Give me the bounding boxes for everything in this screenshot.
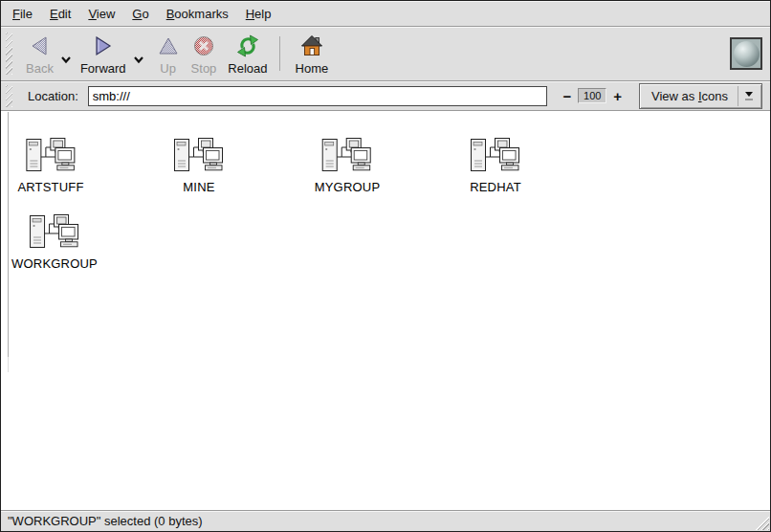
network-share-icon <box>25 136 77 176</box>
toolbar-separator <box>279 36 280 71</box>
forward-label: Forward <box>80 61 126 76</box>
forward-button[interactable]: Forward <box>75 29 132 78</box>
up-icon <box>157 33 180 58</box>
view-as-arrow-icon <box>738 86 760 106</box>
network-share-icon <box>29 212 80 253</box>
menu-bookmarks[interactable]: Bookmarks <box>158 7 237 21</box>
share-item-artstuff[interactable]: ARTSTUFF <box>17 136 83 194</box>
location-bar: Location: − 100 + View as Icons <box>1 81 770 111</box>
share-item-label: REDHAT <box>470 180 521 194</box>
forward-history-dropdown[interactable] <box>133 53 144 67</box>
resize-grip[interactable] <box>753 514 769 530</box>
throbber-sphere-icon <box>734 41 760 67</box>
reload-label: Reload <box>228 61 267 76</box>
reload-icon <box>236 33 259 58</box>
menu-help[interactable]: Help <box>237 7 280 21</box>
reload-button[interactable]: Reload <box>222 29 273 78</box>
network-share-icon <box>173 136 225 176</box>
menu-view[interactable]: View <box>79 7 123 21</box>
locationbar-drag-handle[interactable] <box>6 85 12 107</box>
toolbar: Back Forward Up <box>1 27 770 81</box>
back-icon <box>28 33 51 58</box>
stop-button[interactable]: Stop <box>186 29 223 78</box>
back-label: Back <box>26 61 54 76</box>
menubar: File Edit View Go Bookmarks Help <box>1 1 770 27</box>
share-item-redhat[interactable]: REDHAT <box>470 136 521 194</box>
view-as-label: View as Icons <box>640 89 738 103</box>
home-button[interactable]: Home <box>290 29 335 78</box>
zoom-out-button[interactable]: − <box>562 89 571 103</box>
share-item-label: MINE <box>183 180 214 194</box>
home-label: Home <box>296 61 329 76</box>
side-pane-separator-end <box>8 357 9 372</box>
up-label: Up <box>160 61 176 76</box>
share-item-label: WORKGROUP <box>11 256 98 271</box>
zoom-in-button[interactable]: + <box>613 89 622 103</box>
share-item-workgroup[interactable]: WORKGROUP <box>11 212 98 271</box>
back-history-dropdown[interactable] <box>60 53 72 67</box>
home-icon <box>300 33 323 58</box>
network-share-icon <box>470 136 521 176</box>
stop-icon <box>192 33 215 58</box>
location-input[interactable] <box>88 86 548 106</box>
status-bar: "WORKGROUP" selected (0 bytes) <box>1 510 770 531</box>
share-item-mine[interactable]: MINE <box>173 136 225 194</box>
network-share-icon <box>321 136 373 176</box>
menu-go[interactable]: Go <box>123 7 157 21</box>
share-item-label: ARTSTUFF <box>17 180 83 194</box>
toolbar-drag-handle[interactable] <box>6 33 12 75</box>
stop-label: Stop <box>191 61 217 76</box>
status-text: "WORKGROUP" selected (0 bytes) <box>8 514 203 528</box>
back-button[interactable]: Back <box>20 29 59 78</box>
forward-icon <box>92 33 115 58</box>
file-manager-window: File Edit View Go Bookmarks Help Back Fo… <box>0 0 771 532</box>
icon-view[interactable]: ARTSTUFF MINE MYGROUP REDHAT WORKGROUP <box>1 111 770 510</box>
side-pane-separator <box>8 112 9 357</box>
up-button[interactable]: Up <box>151 29 186 78</box>
menu-edit[interactable]: Edit <box>41 7 79 21</box>
view-as-dropdown[interactable]: View as Icons <box>639 83 762 109</box>
share-item-mygroup[interactable]: MYGROUP <box>315 136 381 194</box>
share-item-label: MYGROUP <box>315 180 381 194</box>
menu-file[interactable]: File <box>4 7 41 21</box>
zoom-level-indicator[interactable]: 100 <box>578 88 606 103</box>
location-label: Location: <box>28 89 78 103</box>
throbber <box>730 37 762 70</box>
